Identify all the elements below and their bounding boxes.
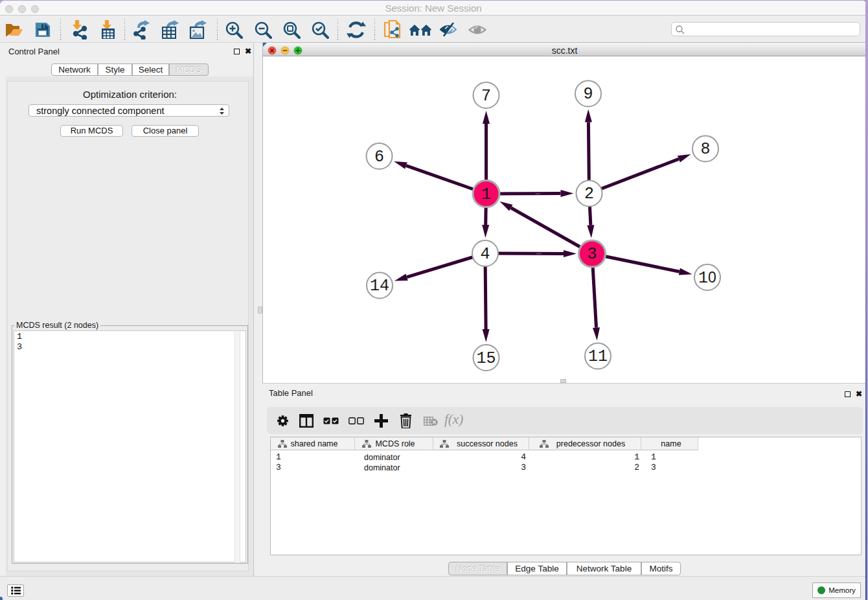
svg-text:7: 7: [481, 87, 491, 106]
svg-text:11: 11: [588, 347, 608, 366]
svg-text:3: 3: [587, 245, 597, 264]
svg-text:10: 10: [698, 269, 716, 288]
svg-text:4: 4: [480, 245, 490, 264]
svg-text:9: 9: [583, 85, 593, 104]
svg-text:1: 1: [481, 185, 491, 204]
svg-text:8: 8: [700, 140, 710, 159]
svg-text:2: 2: [584, 185, 594, 203]
svg-text:15: 15: [476, 349, 496, 368]
svg-text:6: 6: [374, 148, 384, 167]
svg-text:14: 14: [370, 277, 389, 295]
